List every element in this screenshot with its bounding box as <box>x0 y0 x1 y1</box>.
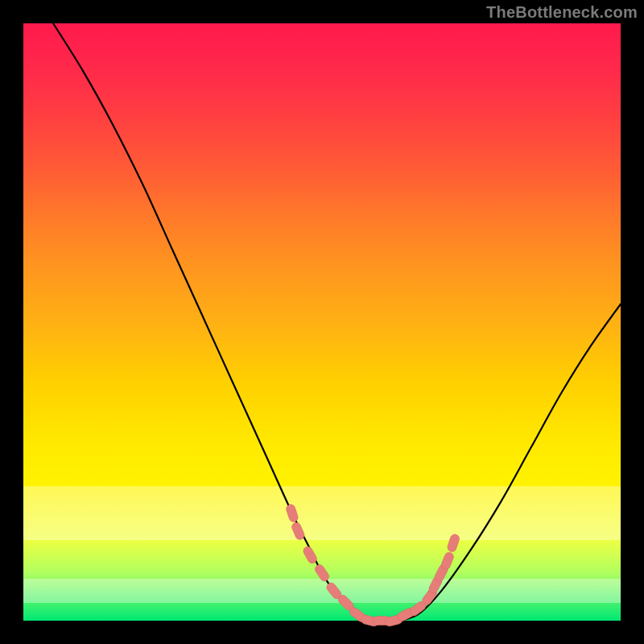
marker-group <box>285 503 460 627</box>
marker-pill <box>291 521 306 541</box>
marker-pill <box>285 503 299 522</box>
watermark-text: TheBottleneck.com <box>486 3 638 22</box>
marker-pill <box>313 563 330 582</box>
chart-stage: TheBottleneck.com <box>0 0 644 644</box>
curve-layer <box>0 0 644 644</box>
marker-pill <box>440 551 455 572</box>
bottleneck-curve <box>53 23 621 621</box>
marker-pill <box>447 533 460 552</box>
